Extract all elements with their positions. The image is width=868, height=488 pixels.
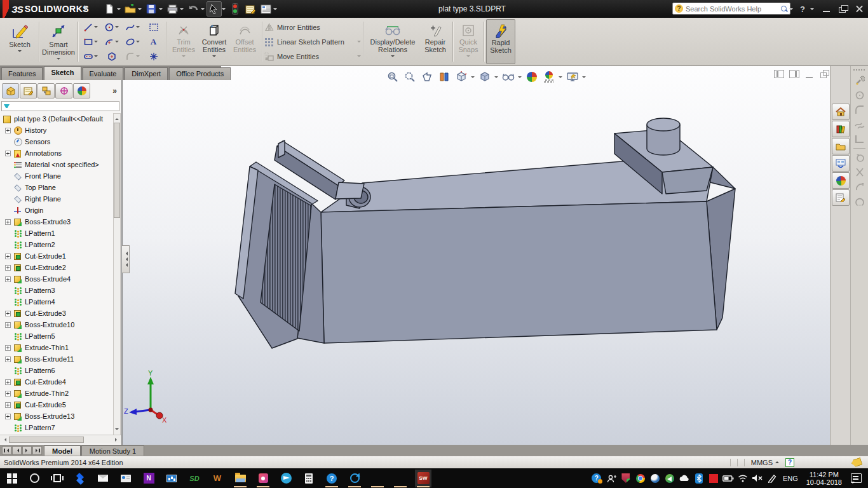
mirror-entities-button[interactable]: Mirror Entities bbox=[264, 21, 361, 34]
tree-item-extrude-thin1[interactable]: Extrude-Thin1 bbox=[0, 342, 114, 353]
tree-item-material[interactable]: Material <not specified> bbox=[0, 159, 114, 170]
expand-toggle[interactable] bbox=[5, 345, 11, 351]
hscroll-thumb[interactable] bbox=[9, 437, 84, 443]
tree-vertical-scrollbar[interactable] bbox=[113, 113, 121, 435]
propertymanager-tab[interactable] bbox=[20, 83, 37, 98]
point-tool[interactable] bbox=[143, 49, 164, 64]
move-entities-dropdown[interactable] bbox=[357, 55, 361, 59]
tray-bitdefender-icon[interactable] bbox=[707, 471, 720, 486]
polygon-tool[interactable] bbox=[101, 49, 122, 64]
sketch-button[interactable]: Sketch bbox=[3, 19, 37, 64]
tab-features[interactable]: Features bbox=[1, 67, 43, 80]
convert-dropdown[interactable] bbox=[212, 55, 216, 59]
view-settings-icon[interactable] bbox=[565, 69, 580, 85]
configurationmanager-tab[interactable] bbox=[37, 83, 55, 98]
tab-dimxpert[interactable]: DimXpert bbox=[125, 67, 168, 80]
trim-dropdown[interactable] bbox=[182, 55, 186, 59]
tag-icon[interactable] bbox=[851, 457, 863, 467]
tree-item-boss-extrude10[interactable]: Boss-Extrude10 bbox=[0, 319, 114, 330]
expand-toggle[interactable] bbox=[5, 391, 11, 396]
last-tab-icon[interactable] bbox=[32, 446, 42, 455]
view-palette-icon[interactable] bbox=[832, 155, 850, 172]
tree-item-lpattern7[interactable]: LPattern7 bbox=[0, 422, 114, 433]
displaymanager-tab[interactable] bbox=[73, 83, 90, 98]
tree-item-root[interactable]: plat type 3 (Default<<Default bbox=[0, 113, 114, 125]
tray-chrome-icon[interactable] bbox=[634, 471, 647, 486]
ellipse-arc-gray-icon[interactable] bbox=[852, 194, 867, 208]
featuremanager-tab[interactable] bbox=[2, 83, 19, 98]
tree-item-cut-extrude3[interactable]: Cut-Extrude3 bbox=[0, 308, 114, 319]
taskbar-idm-icon[interactable] bbox=[392, 470, 409, 487]
action-center-icon[interactable] bbox=[848, 471, 864, 486]
help-search[interactable]: ? bbox=[672, 3, 790, 15]
doc-tab-model[interactable]: Model bbox=[44, 445, 81, 456]
menu-flyout-arrow[interactable] bbox=[85, 5, 91, 11]
tree-item-lpattern3[interactable]: LPattern3 bbox=[0, 285, 114, 296]
taskbar-clock[interactable]: 11:42 PM 10-04-2018 bbox=[803, 471, 846, 486]
tree-item-cut-extrude2[interactable]: Cut-Extrude2 bbox=[0, 262, 114, 273]
quick-snaps-button[interactable]: Quick Snaps bbox=[455, 19, 482, 64]
tree-item-cut-extrude5[interactable]: Cut-Extrude5 bbox=[0, 399, 114, 410]
tree-item-origin[interactable]: Origin bbox=[0, 205, 114, 216]
tab-office-products[interactable]: Office Products bbox=[169, 67, 231, 80]
display-style-icon[interactable] bbox=[477, 69, 492, 85]
design-library-icon[interactable] bbox=[832, 121, 850, 137]
tray-user-accounts-icon[interactable] bbox=[605, 471, 618, 486]
print-button[interactable] bbox=[165, 1, 180, 17]
tree-item-cut-extrude4[interactable]: Cut-Extrude4 bbox=[0, 376, 114, 388]
taskbar-onenote-icon[interactable]: N bbox=[140, 470, 157, 487]
tray-help-notification-icon[interactable]: ? bbox=[590, 471, 603, 486]
tab-evaluate[interactable]: Evaluate bbox=[83, 67, 124, 80]
taskbar-sync-app-icon[interactable] bbox=[346, 470, 363, 487]
sketch-dropdown[interactable] bbox=[18, 50, 22, 54]
expand-toggle[interactable] bbox=[5, 402, 11, 408]
expand-toggle[interactable] bbox=[5, 219, 11, 225]
linear-pattern-dropdown[interactable] bbox=[357, 41, 361, 44]
convert-entities-button[interactable]: Convert Entities bbox=[199, 19, 229, 64]
view-settings-dropdown[interactable] bbox=[582, 76, 586, 80]
tree-item-lpattern4[interactable]: LPattern4 bbox=[0, 296, 114, 308]
tray-pen-input-icon[interactable] bbox=[766, 471, 778, 486]
open-folder-button[interactable] bbox=[123, 1, 138, 17]
tray-security-shield-icon[interactable] bbox=[620, 471, 632, 486]
arc-dropdown[interactable] bbox=[115, 41, 119, 44]
dimxpertmanager-tab[interactable] bbox=[55, 83, 72, 98]
panel-splitter-handle[interactable] bbox=[122, 245, 130, 273]
move-entities-button[interactable]: Move Entities bbox=[264, 50, 361, 63]
smart-dimension-dropdown[interactable] bbox=[57, 58, 60, 62]
expand-toggle[interactable] bbox=[5, 311, 11, 316]
new-dropdown[interactable] bbox=[117, 8, 121, 12]
save-dropdown[interactable] bbox=[159, 8, 163, 12]
taskbar-file-explorer-icon[interactable] bbox=[232, 470, 248, 487]
fillet-gray-icon[interactable] bbox=[852, 103, 867, 117]
undo-dropdown[interactable] bbox=[201, 8, 205, 12]
taskbar-solidworks-icon[interactable]: SW bbox=[415, 470, 431, 487]
tree-item-cut-extrude1[interactable]: Cut-Extrude1 bbox=[0, 250, 114, 262]
search-dropdown[interactable] bbox=[789, 8, 793, 12]
offset-entities-button[interactable]: Offset Entities bbox=[229, 19, 260, 64]
display-delete-dropdown[interactable] bbox=[391, 55, 395, 59]
slot-tool[interactable] bbox=[80, 49, 101, 64]
taskbar-sd-app-icon[interactable]: SD bbox=[186, 470, 203, 487]
tree-item-boss-extrude3[interactable]: Boss-Extrude3 bbox=[0, 216, 114, 227]
close-icon[interactable] bbox=[854, 5, 865, 13]
tree-item-lpattern1[interactable]: LPattern1 bbox=[0, 227, 114, 239]
trim-entities-button[interactable]: Trim Entities bbox=[168, 19, 199, 64]
display-delete-relations-button[interactable]: Display/Delete Relations bbox=[365, 19, 420, 64]
tray-globe-app-icon[interactable] bbox=[649, 471, 661, 486]
ellipse-tool[interactable] bbox=[122, 34, 143, 49]
line-dropdown[interactable] bbox=[94, 26, 98, 30]
rectangle-tool[interactable] bbox=[80, 34, 101, 49]
taskbar-people-icon[interactable] bbox=[118, 470, 134, 487]
custom-properties-icon[interactable] bbox=[832, 189, 850, 206]
panel-overflow-chevron[interactable]: » bbox=[112, 86, 117, 95]
taskbar-mail-icon[interactable] bbox=[95, 470, 111, 487]
tree-item-lpattern5[interactable]: LPattern5 bbox=[0, 330, 114, 342]
doc-restore-icon[interactable] bbox=[820, 70, 830, 78]
doc-tab-motion-study-1[interactable]: Motion Study 1 bbox=[81, 445, 144, 456]
restore-icon[interactable] bbox=[837, 5, 849, 13]
arc-tool-gray-icon[interactable] bbox=[852, 180, 867, 194]
tree-item-top-plane[interactable]: Top Plane bbox=[0, 182, 114, 193]
tab-sketch[interactable]: Sketch bbox=[44, 66, 81, 80]
slot-dropdown[interactable] bbox=[94, 55, 98, 59]
